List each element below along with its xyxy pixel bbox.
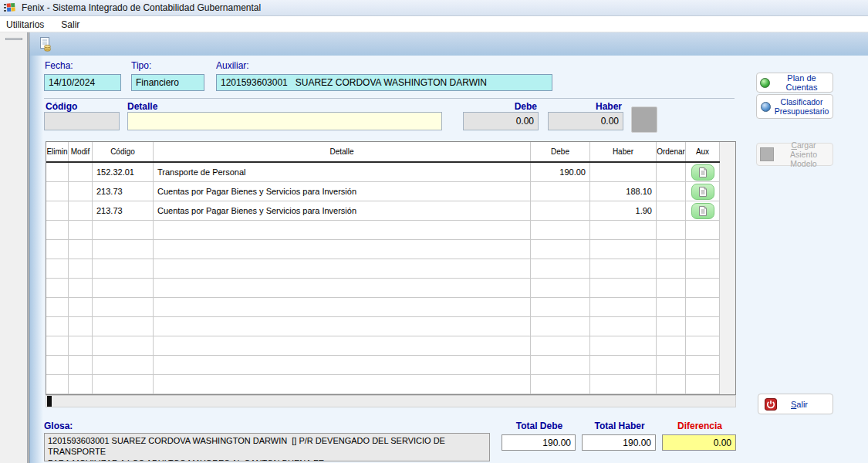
- auxiliar-field[interactable]: 1201593603001 SUAREZ CORDOVA WASHINGTON …: [216, 74, 552, 91]
- cell-debe: [531, 201, 590, 220]
- table-vertical-scrollbar[interactable]: [720, 142, 735, 394]
- cell-detalle: Transporte de Personal: [154, 163, 531, 181]
- plan-de-cuentas-button[interactable]: Plan de Cuentas: [756, 73, 833, 93]
- detalle-label: Detalle: [127, 101, 157, 112]
- cell-ordenar[interactable]: [657, 201, 686, 220]
- tipo-label: Tipo:: [131, 60, 151, 71]
- col-header-detalle: Detalle: [154, 142, 531, 161]
- menu-salir[interactable]: Salir: [61, 19, 79, 30]
- green-sphere-icon: [760, 78, 770, 88]
- diferencia-label: Diferencia: [662, 421, 738, 431]
- cell-haber: 1.90: [590, 201, 657, 220]
- cargar-asiento-modelo-button[interactable]: Cargar Asiento Modelo: [756, 143, 833, 166]
- fecha-label: Fecha:: [45, 60, 73, 71]
- haber-input[interactable]: 0.00: [548, 112, 623, 130]
- cell-aux: [686, 201, 720, 220]
- cell-codigo: 152.32.01: [93, 163, 154, 181]
- blue-sphere-icon: [761, 102, 771, 112]
- salir-button[interactable]: Salir: [758, 394, 833, 414]
- cell-elimin[interactable]: [46, 201, 69, 220]
- cell-elimin[interactable]: [46, 182, 69, 201]
- table-row-empty[interactable]: [46, 298, 720, 317]
- cell-haber: 188.10: [590, 182, 657, 201]
- aux-detail-button[interactable]: [691, 184, 714, 200]
- col-header-modif: Modif: [69, 142, 93, 161]
- new-entry-document-icon[interactable]: [37, 36, 52, 52]
- total-debe-label: Total Debe: [502, 421, 577, 431]
- menu-utilitarios[interactable]: Utilitarios: [6, 19, 44, 30]
- entries-table: Elimin Modif Código Detalle Debe Haber O…: [46, 141, 736, 395]
- table-header-row: Elimin Modif Código Detalle Debe Haber O…: [46, 142, 720, 163]
- cell-debe: [531, 182, 590, 201]
- aux-detail-button[interactable]: [691, 203, 714, 219]
- codigo-input[interactable]: [44, 112, 120, 130]
- col-header-ordenar: Ordenar: [657, 142, 686, 161]
- debe-input[interactable]: 0.00: [463, 112, 539, 130]
- col-header-aux: Aux: [686, 142, 720, 161]
- table-row-empty[interactable]: [46, 375, 720, 394]
- glosa-textarea[interactable]: 1201593603001 SUAREZ CORDOVA WASHINGTON …: [44, 433, 490, 461]
- window-title: Fenix - Sistema Integrado de Contabilida…: [22, 2, 261, 13]
- cell-detalle: Cuentas por Pagar Bienes y Servicios par…: [154, 182, 531, 201]
- col-header-elimin: Elimin: [46, 142, 69, 161]
- cell-debe: 190.00: [531, 163, 590, 181]
- section-divider: [44, 98, 735, 99]
- application-window: Fenix - Sistema Integrado de Contabilida…: [0, 0, 868, 463]
- total-debe-field: 190.00: [502, 434, 576, 451]
- table-row-empty[interactable]: [46, 279, 720, 298]
- debe-label: Debe: [463, 101, 537, 112]
- gray-square-icon: [760, 147, 774, 161]
- cell-modif[interactable]: [69, 182, 93, 201]
- table-row[interactable]: 213.73 Cuentas por Pagar Bienes y Servic…: [46, 201, 720, 221]
- cell-modif[interactable]: [69, 201, 93, 220]
- codigo-label: Código: [46, 101, 77, 112]
- table-row-empty[interactable]: [46, 317, 720, 336]
- col-header-debe: Debe: [531, 142, 590, 161]
- table-row[interactable]: 213.73 Cuentas por Pagar Bienes y Servic…: [46, 182, 720, 201]
- add-entry-button[interactable]: [631, 106, 657, 133]
- aux-detail-button[interactable]: [691, 164, 714, 181]
- cell-codigo: 213.73: [93, 182, 154, 201]
- table-row-empty[interactable]: [46, 240, 720, 259]
- cell-codigo: 213.73: [93, 201, 154, 220]
- table-row-empty[interactable]: [46, 356, 720, 375]
- table-row-empty[interactable]: [46, 259, 720, 279]
- total-haber-label: Total Haber: [582, 421, 657, 431]
- cell-aux: [686, 163, 720, 181]
- haber-label: Haber: [548, 101, 622, 112]
- cell-ordenar[interactable]: [657, 163, 686, 181]
- cell-detalle: Cuentas por Pagar Bienes y Servicios par…: [154, 201, 531, 220]
- tipo-field[interactable]: Financiero: [131, 74, 204, 91]
- cell-aux: [686, 182, 720, 201]
- total-haber-field: 190.00: [582, 434, 656, 451]
- cell-elimin[interactable]: [46, 163, 69, 181]
- left-collapsed-panel[interactable]: [0, 32, 28, 463]
- col-header-haber: Haber: [590, 142, 657, 161]
- auxiliar-label: Auxiliar:: [216, 60, 249, 71]
- power-icon: [765, 398, 777, 411]
- clasificador-presupuestario-button[interactable]: Clasificador Presupuestario: [756, 94, 833, 119]
- glosa-label: Glosa:: [44, 421, 73, 431]
- table-row-empty[interactable]: [46, 221, 720, 240]
- detalle-input[interactable]: [127, 112, 442, 130]
- main-panel: Fecha: 14/10/2024 Tipo: Financiero Auxil…: [29, 32, 868, 463]
- cell-ordenar[interactable]: [657, 182, 686, 201]
- col-header-codigo: Código: [93, 142, 154, 161]
- cell-modif[interactable]: [69, 163, 93, 181]
- title-bar: Fenix - Sistema Integrado de Contabilida…: [0, 0, 868, 16]
- fecha-field[interactable]: 14/10/2024: [44, 74, 121, 91]
- toolbar: [29, 32, 868, 56]
- table-row-empty[interactable]: [46, 336, 720, 356]
- diferencia-field: 0.00: [662, 434, 736, 451]
- table-row[interactable]: 152.32.01 Transporte de Personal 190.00: [46, 163, 720, 182]
- table-horizontal-scrollbar[interactable]: [46, 395, 736, 407]
- cell-haber: [590, 163, 657, 181]
- panel-grip-handle[interactable]: [5, 38, 22, 40]
- app-icon: [4, 2, 16, 14]
- scrollbar-thumb[interactable]: [47, 396, 52, 407]
- menu-bar: Utilitarios Salir: [0, 17, 868, 32]
- entries-table-grid: Elimin Modif Código Detalle Debe Haber O…: [46, 142, 720, 394]
